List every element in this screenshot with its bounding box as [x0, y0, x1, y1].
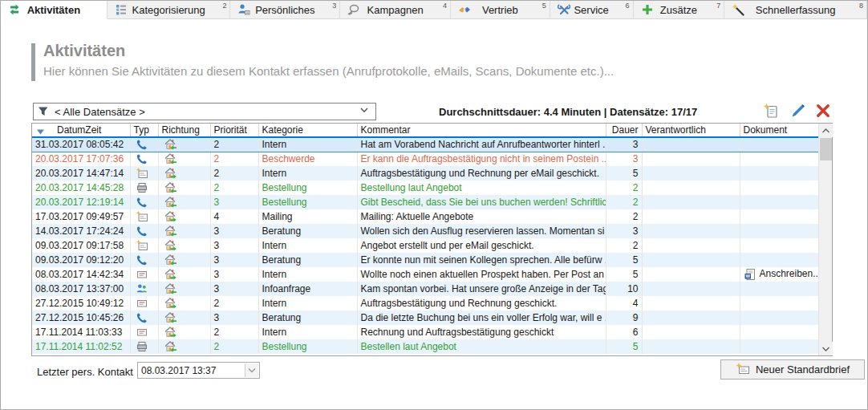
vertical-scrollbar[interactable] — [818, 124, 832, 355]
cell-dauer: 6 — [606, 325, 642, 339]
tab-zusaetze[interactable]: Zusätze7 — [634, 1, 725, 19]
lasso-icon — [347, 3, 360, 16]
cell-dokument — [740, 209, 818, 224]
cell-dauer: 3 — [606, 152, 642, 166]
table-row[interactable]: 09.03.2017 09:12:203BeratungEr konnte nu… — [32, 253, 818, 267]
new-record-button[interactable] — [763, 103, 781, 120]
word-doc-icon: W — [744, 268, 760, 279]
cell-richtung — [158, 209, 210, 224]
cell-datum: 31.03.2017 08:05:42 — [32, 137, 130, 152]
delete-button[interactable] — [815, 103, 833, 120]
table-body: 31.03.2017 08:05:422InternHat am Voraben… — [32, 137, 818, 354]
cell-kategorie: Bestellung — [258, 195, 357, 209]
house-out-icon — [164, 167, 177, 178]
tab-aktivitaeten[interactable]: Aktivitäten — [1, 1, 107, 19]
cell-dauer: 10 — [606, 282, 642, 296]
cell-datum: 08.03.2017 14:42:34 — [32, 267, 130, 282]
cell-typ — [130, 296, 158, 311]
cell-prioritaet: 2 — [210, 339, 258, 354]
cell-kommentar: Mailing: Aktuelle Angebote — [357, 209, 606, 224]
table-row[interactable]: 20.03.2017 17:07:362BeschwerdeEr kann di… — [32, 152, 818, 166]
stats-text: Durchschnittsdauer: 4.4 Minuten | Datens… — [439, 106, 697, 118]
column-header-typ[interactable]: Typ — [130, 124, 158, 137]
cell-typ — [130, 195, 158, 209]
tab-number: 2 — [222, 2, 226, 10]
table-row[interactable]: 27.12.2015 10:45:263BeratungDa die letzt… — [32, 311, 818, 325]
tab-vertrieb[interactable]: Vertrieb5 — [451, 1, 550, 19]
table-row[interactable]: 14.03.2017 17:24:243BeratungWollen sich … — [32, 224, 818, 238]
wrenches-icon — [558, 3, 570, 16]
column-header-datumzeit[interactable]: DatumZeit — [32, 124, 130, 137]
letter-icon — [136, 297, 148, 308]
last-contact-dropdown[interactable]: 08.03.2017 13:37 — [137, 362, 260, 379]
table-row[interactable]: 09.03.2017 09:17:583InternAngebot erstel… — [32, 238, 818, 253]
column-header-kategorie[interactable]: Kategorie — [258, 124, 357, 137]
tab-number: 6 — [626, 2, 630, 10]
column-header-kommentar[interactable]: Kommentar — [357, 124, 606, 137]
new-standard-letter-button[interactable]: Neuer Standardbrief — [720, 359, 865, 380]
cell-prioritaet: 2 — [210, 152, 258, 166]
column-header-dokument[interactable]: Dokument — [740, 124, 818, 137]
cell-typ — [130, 181, 158, 195]
cell-datum: 20.03.2017 14:45:28 — [32, 181, 130, 195]
table-row[interactable]: 17.03.2017 09:49:574MailingMailing: Aktu… — [32, 209, 818, 224]
sort-descending-icon[interactable] — [35, 127, 46, 134]
title-accent-bar — [31, 43, 35, 81]
tab-persoenliches[interactable]: Persönliches3 — [230, 1, 340, 19]
cell-datum: 17.11.2014 11:03:33 — [32, 325, 130, 339]
cell-datum: 20.03.2017 12:19:14 — [32, 195, 130, 209]
tab-service[interactable]: Service6 — [550, 1, 634, 19]
cell-prioritaet: 2 — [210, 181, 258, 195]
people-icon — [136, 282, 148, 294]
column-header-richtung[interactable]: Richtung — [158, 124, 210, 137]
cell-prioritaet: 4 — [210, 209, 258, 224]
cell-dokument — [740, 253, 818, 267]
scroll-up-button[interactable] — [819, 124, 833, 137]
phone-icon — [136, 196, 148, 207]
cell-richtung — [158, 224, 210, 238]
cell-dokument — [740, 152, 818, 166]
cell-richtung — [158, 267, 210, 282]
tab-number: 5 — [542, 2, 546, 10]
cell-dokument: WAnschreiben... — [740, 267, 818, 282]
house-in-icon — [164, 340, 177, 351]
cell-kommentar: Kam spontan vorbei. Hat unsere große Anz… — [357, 282, 606, 296]
cell-verantwortlich — [642, 238, 740, 253]
note-new-icon — [136, 239, 148, 250]
cell-dauer: 2 — [606, 181, 642, 195]
handshake-icon — [458, 3, 471, 16]
tab-schnellerfassung[interactable]: Schnellerfassung8 — [724, 1, 867, 19]
cell-richtung — [158, 166, 210, 181]
table-row[interactable]: 31.03.2017 08:05:422InternHat am Voraben… — [32, 137, 818, 152]
table-row[interactable]: 17.11.2014 11:02:522BestellungBestellen … — [32, 339, 818, 354]
tab-kampagnen[interactable]: Kampagnen4 — [340, 1, 451, 19]
tab-kategorisierung[interactable]: Kategorisierung2 — [107, 1, 231, 19]
cell-kategorie: Bestellung — [258, 339, 357, 354]
scroll-thumb[interactable] — [820, 138, 832, 160]
table-row[interactable]: 20.03.2017 12:19:143BestellungGibt Besch… — [32, 195, 818, 209]
table-row[interactable]: 27.12.2015 10:49:122InternAuftragsbestät… — [32, 296, 818, 311]
table-row[interactable]: 20.03.2017 14:45:282BestellungBestellung… — [32, 181, 818, 195]
table-row[interactable]: 08.03.2017 13:37:003InfoanfrageKam spont… — [32, 282, 818, 296]
categorize-grid-icon — [115, 3, 128, 16]
table-row[interactable]: 20.03.2017 14:47:142InternAuftragsbestät… — [32, 166, 818, 181]
table-row[interactable]: 08.03.2017 14:42:343InternWollte noch ei… — [32, 267, 818, 282]
cell-dokument — [740, 166, 818, 181]
cell-richtung — [158, 339, 210, 354]
activities-table: DatumZeitTypRichtungPrioritätKategorieKo… — [31, 123, 833, 356]
cell-dokument — [740, 311, 818, 325]
cell-kategorie: Infoanfrage — [258, 282, 357, 296]
cell-verantwortlich — [642, 166, 740, 181]
column-header-dauer[interactable]: Dauer — [606, 124, 642, 137]
filter-dropdown[interactable]: < Alle Datensätze > — [33, 103, 376, 120]
table-row[interactable]: 17.11.2014 11:03:332InternRechnung und A… — [32, 325, 818, 339]
cell-kategorie: Intern — [258, 267, 357, 282]
scroll-down-button[interactable] — [819, 342, 833, 355]
phone-icon — [136, 139, 148, 150]
cell-datum: 17.03.2017 09:49:57 — [32, 209, 130, 224]
edit-button[interactable] — [790, 103, 808, 120]
phone-icon — [136, 254, 148, 265]
column-header-prioritaet[interactable]: Priorität — [210, 124, 258, 137]
house-in-icon — [164, 138, 177, 149]
column-header-verantwortlich[interactable]: Verantwortlich — [642, 124, 740, 137]
